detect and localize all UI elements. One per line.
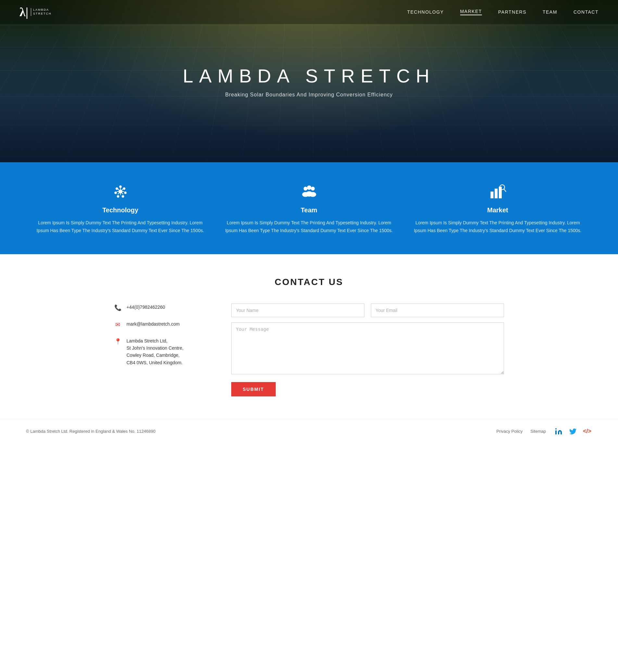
- feature-market: Market Lorem Ipsum Is Simply Dummy Text …: [403, 182, 592, 235]
- nav-team[interactable]: TEAM: [543, 9, 557, 15]
- svg-point-6: [114, 192, 117, 194]
- svg-rect-22: [490, 192, 493, 198]
- feature-technology-text: Lorem Ipsum Is Simply Dummy Text The Pri…: [36, 219, 205, 235]
- footer-copyright: © Lambda Stretch Ltd. Registered in Engl…: [26, 429, 156, 434]
- code-icon[interactable]: </>: [582, 427, 592, 436]
- market-icon: [413, 182, 582, 201]
- contact-form: SUBMIT: [231, 304, 504, 397]
- svg-point-18: [311, 187, 315, 191]
- svg-rect-23: [495, 189, 498, 198]
- svg-point-3: [124, 192, 127, 194]
- contact-email: mark@lambdastretch.com: [127, 320, 180, 328]
- contact-email-item: ✉ mark@lambdastretch.com: [114, 320, 205, 328]
- hero-title: LAMBDA STRETCH: [183, 65, 435, 87]
- svg-point-7: [116, 187, 118, 190]
- feature-technology-title: Technology: [36, 207, 205, 214]
- svg-line-13: [122, 193, 123, 195]
- svg-line-12: [118, 189, 119, 190]
- twitter-icon[interactable]: [568, 427, 578, 436]
- site-header: λ| LAMBDASTRETCH TECHNOLOGY MARKET PARTN…: [0, 0, 618, 24]
- nav-contact[interactable]: CONTACT: [574, 9, 599, 15]
- svg-point-1: [119, 185, 122, 188]
- logo[interactable]: λ| LAMBDASTRETCH: [19, 6, 51, 18]
- svg-point-20: [307, 185, 311, 190]
- svg-point-2: [123, 187, 125, 190]
- svg-point-21: [305, 191, 313, 197]
- hero-subtitle: Breaking Solar Boundaries And Improving …: [183, 92, 435, 98]
- svg-point-5: [117, 195, 119, 198]
- feature-market-text: Lorem Ipsum Is Simply Dummy Text The Pri…: [413, 219, 582, 235]
- location-icon: 📍: [114, 338, 121, 345]
- feature-team-text: Lorem Ipsum Is Simply Dummy Text The Pri…: [224, 219, 394, 235]
- nav-market[interactable]: MARKET: [460, 9, 482, 15]
- phone-icon: 📞: [114, 304, 121, 311]
- name-input[interactable]: [231, 304, 365, 317]
- logo-text: LAMBDASTRETCH: [31, 8, 51, 16]
- form-name-email-row: [231, 304, 504, 317]
- nav-partners[interactable]: PARTNERS: [498, 9, 526, 15]
- contact-layout: 📞 +44(0)7982462260 ✉ mark@lambdastretch.…: [114, 304, 504, 397]
- svg-point-16: [303, 187, 307, 191]
- email-icon: ✉: [114, 321, 121, 328]
- hero-section: LAMBDA STRETCH Breaking Solar Boundaries…: [0, 0, 618, 162]
- social-icons: </>: [554, 427, 592, 436]
- feature-market-title: Market: [413, 207, 582, 214]
- contact-phone: +44(0)7982462260: [127, 304, 165, 311]
- contact-section: CONTACT US 📞 +44(0)7982462260 ✉ mark@lam…: [0, 254, 618, 419]
- team-icon: [224, 182, 394, 201]
- contact-address-item: 📍 Lambda Stretch Ltd, St John's Innovati…: [114, 337, 205, 366]
- site-footer: © Lambda Stretch Ltd. Registered in Engl…: [0, 419, 618, 443]
- submit-button[interactable]: SUBMIT: [231, 382, 276, 397]
- linkedin-icon[interactable]: [554, 427, 563, 436]
- contact-title: CONTACT US: [26, 277, 592, 287]
- privacy-policy-link[interactable]: Privacy Policy: [496, 429, 522, 434]
- feature-team-title: Team: [224, 207, 394, 214]
- contact-phone-item: 📞 +44(0)7982462260: [114, 304, 205, 311]
- technology-icon: [36, 182, 205, 201]
- hero-content: LAMBDA STRETCH Breaking Solar Boundaries…: [183, 65, 435, 98]
- svg-line-15: [118, 193, 119, 195]
- svg-line-26: [504, 189, 506, 192]
- svg-point-27: [555, 428, 556, 430]
- sitemap-link[interactable]: Sitemap: [530, 429, 546, 434]
- feature-technology: Technology Lorem Ipsum Is Simply Dummy T…: [26, 182, 215, 235]
- email-input[interactable]: [371, 304, 504, 317]
- logo-symbol: λ|: [19, 6, 28, 18]
- nav-technology[interactable]: TECHNOLOGY: [407, 9, 444, 15]
- contact-info: 📞 +44(0)7982462260 ✉ mark@lambdastretch.…: [114, 304, 205, 397]
- svg-point-0: [118, 190, 122, 194]
- message-textarea[interactable]: [231, 322, 504, 374]
- features-section: Technology Lorem Ipsum Is Simply Dummy T…: [0, 162, 618, 254]
- svg-point-4: [121, 195, 124, 198]
- main-nav: TECHNOLOGY MARKET PARTNERS TEAM CONTACT: [407, 9, 599, 15]
- feature-team: Team Lorem Ipsum Is Simply Dummy Text Th…: [215, 182, 403, 235]
- contact-address: Lambda Stretch Ltd, St John's Innovation…: [127, 337, 184, 366]
- svg-line-14: [122, 189, 123, 190]
- footer-links: Privacy Policy Sitemap </>: [496, 427, 592, 436]
